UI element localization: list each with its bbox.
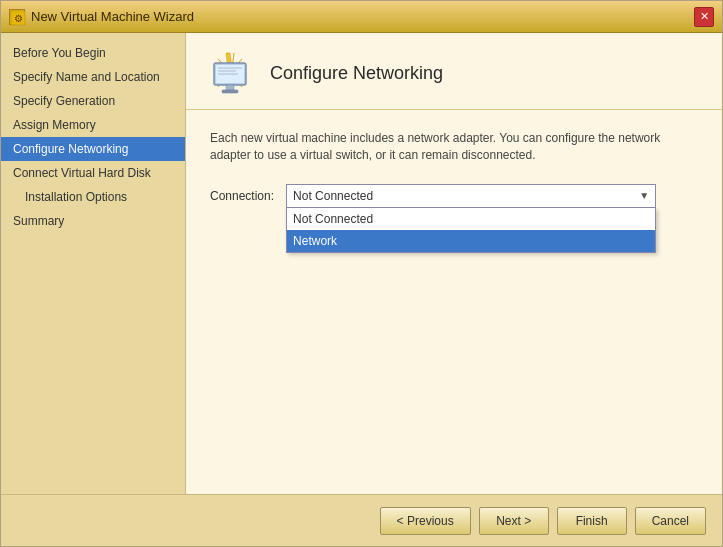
main-window: ⚙ New Virtual Machine Wizard ✕ Before Yo…: [0, 0, 723, 547]
sidebar-item-specify-generation[interactable]: Specify Generation: [1, 89, 185, 113]
sidebar-item-connect-virtual-hard-disk[interactable]: Connect Virtual Hard Disk: [1, 161, 185, 185]
window-icon: ⚙: [9, 9, 25, 25]
sidebar-item-specify-name-location[interactable]: Specify Name and Location: [1, 65, 185, 89]
dropdown-arrow-icon: ▼: [639, 190, 649, 201]
previous-button[interactable]: < Previous: [380, 507, 471, 535]
connection-dropdown-container: Not Connected ▼ Not Connected Network: [286, 184, 656, 208]
next-button[interactable]: Next >: [479, 507, 549, 535]
finish-button[interactable]: Finish: [557, 507, 627, 535]
description-text: Each new virtual machine includes a netw…: [210, 130, 670, 164]
svg-text:⚙: ⚙: [14, 13, 23, 24]
sidebar-item-assign-memory[interactable]: Assign Memory: [1, 113, 185, 137]
title-bar: ⚙ New Virtual Machine Wizard ✕: [1, 1, 722, 33]
cancel-button[interactable]: Cancel: [635, 507, 706, 535]
window-title: New Virtual Machine Wizard: [31, 9, 194, 24]
svg-rect-8: [226, 85, 234, 90]
connection-label: Connection:: [210, 189, 274, 203]
sidebar: Before You BeginSpecify Name and Locatio…: [1, 33, 186, 494]
main-panel: Configure Networking Each new virtual ma…: [186, 33, 722, 494]
title-bar-left: ⚙ New Virtual Machine Wizard: [9, 9, 194, 25]
main-content: Each new virtual machine includes a netw…: [186, 110, 722, 494]
dropdown-option-not-connected[interactable]: Not Connected: [287, 208, 655, 230]
page-title: Configure Networking: [270, 63, 443, 84]
dropdown-menu: Not Connected Network: [286, 208, 656, 253]
connection-row: Connection: Not Connected ▼ Not Connecte…: [210, 184, 698, 208]
close-button[interactable]: ✕: [694, 7, 714, 27]
dropdown-selected-value: Not Connected: [293, 189, 373, 203]
sidebar-item-installation-options[interactable]: Installation Options: [1, 185, 185, 209]
dropdown-option-network[interactable]: Network: [287, 230, 655, 252]
sidebar-item-summary[interactable]: Summary: [1, 209, 185, 233]
content-area: Before You BeginSpecify Name and Locatio…: [1, 33, 722, 494]
sidebar-item-configure-networking[interactable]: Configure Networking: [1, 137, 185, 161]
connection-dropdown[interactable]: Not Connected ▼: [286, 184, 656, 208]
sidebar-item-before-you-begin[interactable]: Before You Begin: [1, 41, 185, 65]
svg-rect-9: [222, 90, 238, 93]
configure-networking-icon: [206, 49, 254, 97]
footer: < Previous Next > Finish Cancel: [1, 494, 722, 546]
header-area: Configure Networking: [186, 33, 722, 110]
